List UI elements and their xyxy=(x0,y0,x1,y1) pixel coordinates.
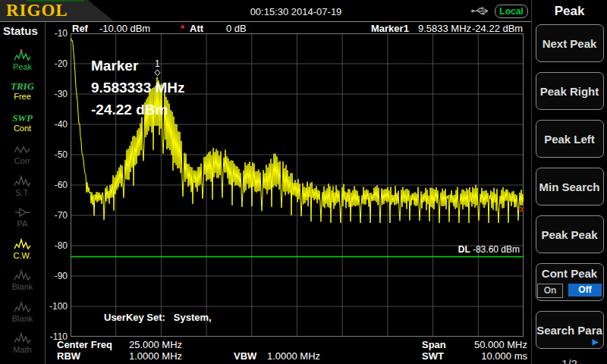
span-label: Span xyxy=(422,339,446,350)
blank2-waveform-icon xyxy=(14,300,32,314)
spectrum-analyzer-screen: RIGOL 00:15:30 2014-07-19 Local Status P… xyxy=(0,0,607,364)
status-label-cw: C.W. xyxy=(14,251,32,260)
st-waveform-icon xyxy=(14,174,32,188)
status-tag-swp: SWP xyxy=(12,113,33,124)
y-tick--100: -100 xyxy=(44,301,68,312)
status-label-corr: Corr xyxy=(14,156,30,165)
att-value: 0 dB xyxy=(226,23,247,34)
status-item-pa: PA xyxy=(0,202,45,234)
usb-icon xyxy=(470,6,490,16)
marker-readout-freq: 9.583333 MHz xyxy=(91,77,185,99)
y-tick--40: -40 xyxy=(44,119,68,130)
status-item-st: S.T. xyxy=(0,170,45,202)
menu-title: Peak xyxy=(532,4,607,19)
rigol-logo: RIGOL xyxy=(0,0,114,21)
clock-datetime: 00:15:30 2014-07-19 xyxy=(220,6,372,17)
status-item-math: Math xyxy=(0,328,45,359)
rbw-value[interactable]: 1.0000 MHz xyxy=(129,350,182,362)
y-tick--70: -70 xyxy=(44,210,68,221)
span-value[interactable]: 50.000 MHz xyxy=(447,339,527,350)
att-label: Att xyxy=(190,23,203,34)
status-item-blank2: Blank xyxy=(0,296,45,328)
y-tick--90: -90 xyxy=(44,271,68,281)
status-title: Status xyxy=(0,22,45,39)
status-item-peak: Peak xyxy=(0,44,45,76)
local-badge: Local xyxy=(495,5,528,18)
rigol-logo-text: RIGOL xyxy=(6,1,68,20)
marker1-freq: 9.5833 MHz xyxy=(418,23,471,34)
y-tick--20: -20 xyxy=(44,58,68,69)
status-label-st: S.T. xyxy=(15,188,30,197)
cont-peak-off-option[interactable]: Off xyxy=(568,284,602,297)
marker-readout-amplitude: -24.22 dBm xyxy=(91,99,185,121)
status-tag-trig: TRIG xyxy=(11,81,34,92)
display-line-label: DL -83.60 dBm xyxy=(458,244,520,255)
status-label-math: Math xyxy=(13,345,31,354)
peak-right-button[interactable]: Peak Right xyxy=(536,72,604,110)
y-tick--50: -50 xyxy=(44,149,68,160)
status-item-corr: Corr xyxy=(0,139,45,171)
peak-left-button[interactable]: Peak Left xyxy=(536,120,604,158)
next-peak-label: Next Peak xyxy=(543,37,597,50)
center-freq-label: Center Freq xyxy=(57,339,112,350)
status-label-swp: Cont xyxy=(14,124,31,133)
peak-peak-button[interactable]: Peak Peak xyxy=(536,215,604,253)
submenu-arrow-icon: ▶ xyxy=(593,337,599,346)
math-waveform-icon xyxy=(14,331,32,345)
status-label-trig: Free xyxy=(14,92,31,101)
status-label-peak: Peak xyxy=(13,62,32,71)
top-green-strip xyxy=(27,0,84,2)
status-label-blank1: Blank xyxy=(12,282,33,291)
att-star: * xyxy=(181,23,184,34)
status-sidebar: Status PeakTRIGFreeSWPContCorrS.T.PAC.W.… xyxy=(0,22,46,364)
status-label-pa: PA xyxy=(17,219,28,228)
vbw-value[interactable]: 1.0000 MHz xyxy=(267,350,320,362)
peak-peak-label: Peak Peak xyxy=(541,228,597,241)
ref-value: -10.00 dBm xyxy=(99,23,150,34)
marker-readout: Marker 9.583333 MHz -24.22 dBm xyxy=(91,55,185,121)
blank1-waveform-icon xyxy=(14,268,32,282)
status-item-cw: C.W. xyxy=(0,233,45,265)
status-item-blank1: Blank xyxy=(0,265,45,297)
search-para-button[interactable]: Search Para▶ xyxy=(536,311,604,349)
peak-right-label: Peak Right xyxy=(540,85,599,98)
status-item-trig: TRIGFree xyxy=(0,76,45,108)
cont-peak-label: Cont Peak xyxy=(542,267,597,280)
pa-waveform-icon xyxy=(14,206,32,219)
marker-readout-title: Marker xyxy=(91,55,185,77)
y-tick--30: -30 xyxy=(44,89,68,99)
userkey-message: UserKey Set: System, xyxy=(104,312,212,323)
cw-waveform-icon xyxy=(14,237,32,251)
ref-label: Ref xyxy=(72,23,88,34)
menu-page-indicator[interactable]: 1/2 xyxy=(532,357,607,364)
center-freq-value[interactable]: 25.000 MHz xyxy=(129,339,182,350)
peak-waveform-icon xyxy=(14,49,32,62)
search-para-label: Search Para xyxy=(536,324,602,337)
min-search-label: Min Search xyxy=(539,180,599,193)
status-item-swp: SWPCont xyxy=(0,107,45,139)
peak-marker-dot-icon xyxy=(20,49,22,52)
swt-label: SWT xyxy=(422,350,444,362)
rbw-label: RBW xyxy=(57,350,80,362)
y-tick--10: -10 xyxy=(44,28,68,39)
cont-peak-on-option[interactable]: On xyxy=(537,284,563,298)
cont-peak-button[interactable]: Cont PeakOnOff xyxy=(536,263,604,301)
status-label-blank2: Blank xyxy=(12,314,33,323)
marker1-label: Marker1 xyxy=(371,23,409,34)
softkey-menu: Peak Next PeakPeak RightPeak LeftMin Sea… xyxy=(531,0,607,364)
min-search-button[interactable]: Min Search xyxy=(536,168,604,206)
y-tick--80: -80 xyxy=(44,240,68,251)
corr-waveform-icon xyxy=(14,143,32,156)
swt-value[interactable]: 10.000 ms xyxy=(447,350,527,362)
peak-left-label: Peak Left xyxy=(544,133,595,146)
top-bar-divider xyxy=(0,21,531,22)
status-item-list: PeakTRIGFreeSWPContCorrS.T.PAC.W.BlankBl… xyxy=(0,39,45,359)
vbw-label: VBW xyxy=(234,350,256,362)
next-peak-button[interactable]: Next Peak xyxy=(536,24,604,62)
y-tick--60: -60 xyxy=(44,180,68,190)
menu-button-list: Next PeakPeak RightPeak LeftMin SearchPe… xyxy=(532,24,607,349)
top-bar: RIGOL 00:15:30 2014-07-19 Local xyxy=(0,0,607,21)
marker1-amplitude: -24.22 dBm xyxy=(472,23,523,34)
